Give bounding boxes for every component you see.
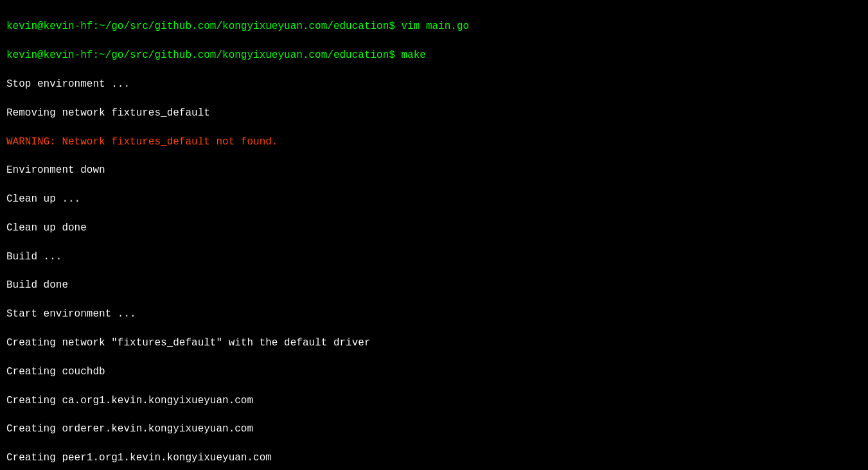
terminal-line-0: kevin@kevin-hf:~/go/src/github.com/kongy… <box>6 19 862 33</box>
terminal-line-7: Clean up done <box>6 221 862 235</box>
terminal-line-11: Creating network "fixtures_default" with… <box>6 336 862 350</box>
terminal-line-2: Stop environment ... <box>6 77 862 91</box>
terminal-line-6: Clean up ... <box>6 192 862 206</box>
terminal-line-5: Environment down <box>6 163 862 177</box>
terminal-line-9: Build done <box>6 278 862 292</box>
terminal-line-8: Build ... <box>6 250 862 264</box>
terminal-line-4: WARNING: Network fixtures_default not fo… <box>6 135 862 149</box>
terminal-line-12: Creating couchdb <box>6 365 862 379</box>
terminal-line-14: Creating orderer.kevin.kongyixueyuan.com <box>6 422 862 436</box>
terminal-line-13: Creating ca.org1.kevin.kongyixueyuan.com <box>6 394 862 408</box>
terminal-line-15: Creating peer1.org1.kevin.kongyixueyuan.… <box>6 451 862 465</box>
terminal-line-1: kevin@kevin-hf:~/go/src/github.com/kongy… <box>6 48 862 62</box>
terminal-line-3: Removing network fixtures_default <box>6 106 862 120</box>
terminal-line-10: Start environment ... <box>6 307 862 321</box>
terminal-window: kevin@kevin-hf:~/go/src/github.com/kongy… <box>0 0 868 470</box>
